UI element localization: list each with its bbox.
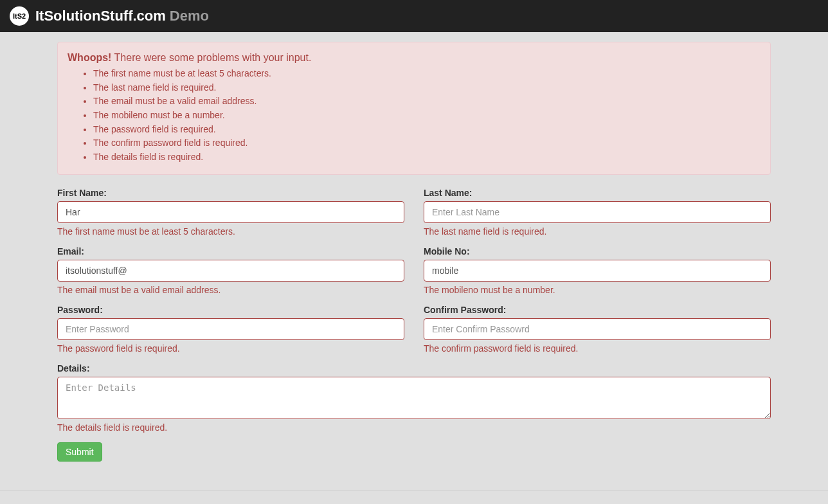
confirm-password-label: Confirm Password: [424, 305, 771, 315]
password-error: The password field is required. [57, 343, 404, 354]
details-group: Details: The details field is required. [57, 363, 771, 433]
details-textarea[interactable] [57, 377, 771, 419]
email-label: Email: [57, 246, 404, 256]
alert-message: There were some problems with your input… [114, 52, 312, 63]
mobile-label: Mobile No: [424, 246, 771, 256]
confirm-password-error: The confirm password field is required. [424, 343, 771, 354]
mobile-group: Mobile No: The mobileno must be a number… [424, 246, 771, 295]
first-name-label: First Name: [57, 188, 404, 198]
last-name-label: Last Name: [424, 188, 771, 198]
navbar: ItS2 ItSolutionStuff.com Demo [0, 0, 828, 32]
last-name-error: The last name field is required. [424, 226, 771, 237]
main-container: Whoops! There were some problems with yo… [48, 32, 780, 481]
password-group: Password: The password field is required… [57, 305, 404, 354]
confirm-password-input[interactable] [424, 318, 771, 340]
alert-error-item: The password field is required. [93, 123, 760, 137]
brand-name[interactable]: ItSolutionStuff.com [35, 8, 166, 24]
first-name-input[interactable] [57, 201, 404, 223]
last-name-group: Last Name: The last name field is requir… [424, 188, 771, 237]
password-input[interactable] [57, 318, 404, 340]
first-name-group: First Name: The first name must be at le… [57, 188, 404, 237]
footer-separator [0, 491, 828, 491]
email-error: The email must be a valid email address. [57, 285, 404, 295]
password-label: Password: [57, 305, 404, 315]
first-name-error: The first name must be at least 5 charac… [57, 226, 404, 237]
brand-logo: ItS2 [10, 6, 29, 26]
email-group: Email: The email must be a valid email a… [57, 246, 404, 295]
details-label: Details: [57, 363, 771, 374]
details-error: The details field is required. [57, 422, 771, 433]
alert-error-item: The details field is required. [93, 150, 760, 165]
mobile-input[interactable] [424, 260, 771, 282]
confirm-password-group: Confirm Password: The confirm password f… [424, 305, 771, 354]
error-alert: Whoops! There were some problems with yo… [57, 42, 771, 175]
alert-title: Whoops! [68, 52, 111, 63]
alert-error-item: The first name must be at least 5 charac… [93, 67, 760, 81]
mobile-error: The mobileno must be a number. [424, 285, 771, 295]
submit-button[interactable]: Submit [57, 442, 102, 462]
email-input[interactable] [57, 260, 404, 282]
alert-error-list: The first name must be at least 5 charac… [68, 67, 760, 165]
alert-error-item: The email must be a valid email address. [93, 94, 760, 109]
brand-demo-label: Demo [170, 8, 209, 24]
alert-error-item: The last name field is required. [93, 81, 760, 95]
alert-error-item: The confirm password field is required. [93, 136, 760, 150]
alert-error-item: The mobileno must be a number. [93, 109, 760, 123]
last-name-input[interactable] [424, 201, 771, 223]
